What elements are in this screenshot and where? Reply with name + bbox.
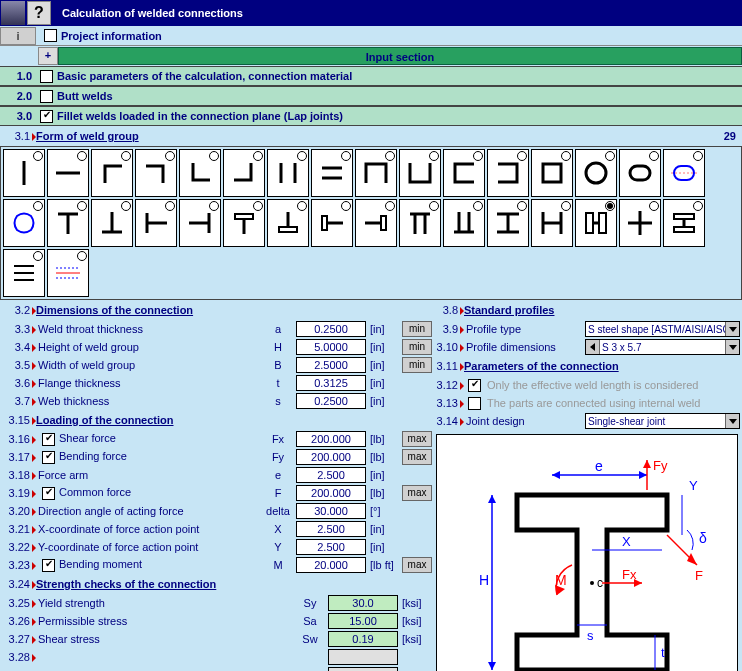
section-3[interactable]: 3.0 Fillet welds loaded in the connectio…: [0, 106, 742, 126]
weld-option[interactable]: [531, 199, 573, 247]
weld-option[interactable]: [619, 149, 661, 197]
project-info-checkbox[interactable]: [44, 29, 57, 42]
weld-option[interactable]: [619, 199, 661, 247]
value-input[interactable]: 20.000: [296, 557, 366, 573]
row-checkbox[interactable]: [42, 487, 55, 500]
weld-option[interactable]: [443, 149, 485, 197]
weld-option[interactable]: [3, 149, 45, 197]
weld-option[interactable]: [47, 199, 89, 247]
weld-option[interactable]: [3, 249, 45, 297]
svg-text:Fx: Fx: [622, 567, 637, 582]
weld-option[interactable]: [179, 149, 221, 197]
profile-dim-select[interactable]: S 3 x 5.7: [585, 339, 740, 355]
svg-marker-54: [488, 495, 496, 503]
expand-button[interactable]: +: [38, 47, 58, 65]
help-button[interactable]: ?: [27, 1, 51, 25]
selected-weld-radio: [605, 201, 615, 211]
param-row: 3.7Web thicknesss0.2500[in]: [0, 392, 432, 410]
app-icon[interactable]: [1, 1, 25, 25]
loading-head: 3.15 Loading of the connection: [0, 410, 432, 430]
internal-weld-cb[interactable]: [468, 397, 481, 410]
weld-option[interactable]: [399, 149, 441, 197]
form-row: 3.1 Form of weld group 29: [0, 126, 742, 146]
weld-option[interactable]: [663, 149, 705, 197]
weld-option[interactable]: [135, 199, 177, 247]
param-row: 3.6Flange thicknesst0.3125[in]: [0, 374, 432, 392]
weld-option[interactable]: [135, 149, 177, 197]
value-input[interactable]: 2.500: [296, 521, 366, 537]
weld-option[interactable]: [311, 149, 353, 197]
section-1-checkbox[interactable]: [40, 70, 53, 83]
weld-option[interactable]: [91, 149, 133, 197]
weld-option[interactable]: [267, 149, 309, 197]
form-count: 29: [724, 130, 742, 142]
svg-rect-23: [322, 216, 327, 230]
param-row: 3.22 Y-coordinate of force action pointY…: [0, 538, 432, 556]
weld-option[interactable]: [487, 149, 529, 197]
svg-text:X: X: [622, 534, 631, 549]
value-input[interactable]: 200.000: [296, 431, 366, 447]
weld-option[interactable]: [3, 199, 45, 247]
value-input[interactable]: 0.2500: [296, 393, 366, 409]
section-3-checkbox[interactable]: [40, 110, 53, 123]
weld-option[interactable]: [91, 199, 133, 247]
value-input[interactable]: 200.000: [296, 485, 366, 501]
section-2[interactable]: 2.0 Butt welds: [0, 86, 742, 106]
weld-option[interactable]: [179, 199, 221, 247]
weld-option[interactable]: [223, 199, 265, 247]
value-input[interactable]: 0.2500: [296, 321, 366, 337]
section-2-checkbox[interactable]: [40, 90, 53, 103]
value-input[interactable]: 2.500: [296, 539, 366, 555]
svg-point-69: [590, 581, 594, 585]
svg-rect-44: [674, 214, 694, 219]
value-input: [328, 667, 398, 671]
row-checkbox[interactable]: [42, 433, 55, 446]
param-row: 3.25Yield strengthSy30.0[ksi]: [0, 594, 432, 612]
row-checkbox[interactable]: [42, 451, 55, 464]
weld-option[interactable]: [355, 199, 397, 247]
min-button[interactable]: min: [402, 321, 432, 337]
joint-design-select[interactable]: Single-shear joint: [585, 413, 740, 429]
max-button[interactable]: max: [402, 449, 432, 465]
profile-type-select[interactable]: S steel shape [ASTM/AISI/AISC]: [585, 321, 740, 337]
param-row: 3.26Permissible stressSa15.00[ksi]: [0, 612, 432, 630]
min-button[interactable]: min: [402, 339, 432, 355]
app-header: ? Calculation of welded connections: [0, 0, 742, 26]
section-1[interactable]: 1.0 Basic parameters of the calculation,…: [0, 66, 742, 86]
row-checkbox[interactable]: [42, 559, 55, 572]
weld-option[interactable]: [663, 199, 705, 247]
value-input[interactable]: 2.5000: [296, 357, 366, 373]
effective-length-cb[interactable]: [468, 379, 481, 392]
weld-option[interactable]: [267, 199, 309, 247]
value-input[interactable]: 0.3125: [296, 375, 366, 391]
param-row: 3.27Shear stressSw0.19[ksi]: [0, 630, 432, 648]
weld-option[interactable]: [575, 149, 617, 197]
value-input[interactable]: 2.500: [296, 467, 366, 483]
max-button[interactable]: max: [402, 431, 432, 447]
weld-option[interactable]: [399, 199, 441, 247]
value-input[interactable]: 30.000: [296, 503, 366, 519]
svg-text:M: M: [555, 572, 567, 588]
input-section-row: + Input section: [0, 46, 742, 66]
value-input[interactable]: 5.0000: [296, 339, 366, 355]
max-button[interactable]: max: [402, 485, 432, 501]
min-button[interactable]: min: [402, 357, 432, 373]
param-row: 3.21 X-coordinate of force action pointX…: [0, 520, 432, 538]
weld-option[interactable]: [355, 149, 397, 197]
weld-option[interactable]: [575, 199, 617, 247]
input-section-label: Input section: [58, 47, 742, 65]
weld-option[interactable]: [223, 149, 265, 197]
value-input: [328, 649, 398, 665]
weld-option[interactable]: [443, 199, 485, 247]
weld-option[interactable]: [487, 199, 529, 247]
value-input[interactable]: 200.000: [296, 449, 366, 465]
weld-option[interactable]: [47, 249, 89, 297]
weld-option[interactable]: [531, 149, 573, 197]
info-tab[interactable]: i: [0, 27, 36, 45]
weld-option[interactable]: [311, 199, 353, 247]
svg-rect-19: [235, 214, 253, 219]
param-row: 3.23Bending momentM20.000[lb ft]max: [0, 556, 432, 574]
max-button[interactable]: max: [402, 557, 432, 573]
weld-option[interactable]: [47, 149, 89, 197]
svg-rect-40: [599, 213, 606, 233]
